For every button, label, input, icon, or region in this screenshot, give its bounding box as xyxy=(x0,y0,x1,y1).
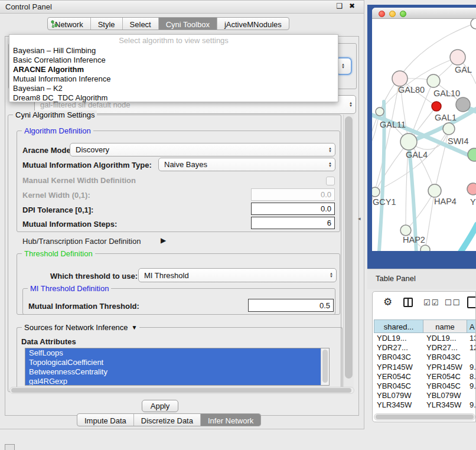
control-panel-tabs: Network Style Select Cyni Toolbox jActiv… xyxy=(47,17,289,30)
export-table-icon[interactable] xyxy=(467,296,476,308)
network-window: GAL GAL80 GAL10 GAL11 GAL1 SWI4 GAL4 GCY… xyxy=(372,8,476,251)
scrollbar-thumb[interactable] xyxy=(376,415,474,419)
table-row[interactable]: YDL19... YDL19... 13 xyxy=(373,334,475,343)
zoom-traffic-light[interactable] xyxy=(400,11,406,17)
docked-panel-icon[interactable] xyxy=(5,444,15,450)
dropdown-item[interactable]: ARACNE Algorithm xyxy=(9,65,338,74)
tab[interactable]: Impute Data xyxy=(77,414,134,426)
dpi-tolerance-input[interactable] xyxy=(251,203,335,215)
list-item[interactable]: gal4RGexp xyxy=(25,377,321,386)
panel-collapse-icon[interactable]: ◂ xyxy=(358,216,361,221)
mi-steps-label: Mutual Information Steps: xyxy=(22,220,117,229)
node-label: GAL10 xyxy=(433,89,460,98)
aracne-mode-combobox[interactable]: Discovery ▲▼ xyxy=(70,143,335,156)
tab[interactable]: jActiveMNodules xyxy=(217,18,289,30)
dropdown-hint: Select algorithm to view settings xyxy=(9,35,338,46)
table-row[interactable]: YBL079W YBL079W xyxy=(373,391,475,400)
table-row[interactable]: YIL053C YIL053C 9 xyxy=(373,410,475,412)
dropdown-item[interactable]: Bayesian – K2 xyxy=(9,84,338,93)
expand-right-icon[interactable]: ▶ xyxy=(161,236,166,244)
tab[interactable]: Infer Network xyxy=(201,414,260,426)
combo-arrows-icon: ▲▼ xyxy=(330,272,333,278)
data-attributes-label: Data Attributes xyxy=(21,337,76,346)
dropdown-item[interactable]: Dream8 DC_TDC Algorithm xyxy=(9,93,338,103)
dpi-tolerance-label: DPI Tolerance [0,1]: xyxy=(22,206,93,214)
algorithm-dropdown-list: Select algorithm to view settings Bayesi… xyxy=(9,34,338,102)
algorithm-definition-title: Algorithm Definition xyxy=(22,126,93,135)
node-label: GAL xyxy=(455,65,472,74)
table-row[interactable]: YPR145W YPR145W 9. xyxy=(373,363,475,372)
column-header[interactable]: A xyxy=(467,319,476,333)
collapse-down-icon[interactable]: ▼ xyxy=(132,323,138,332)
settings-vertical-scrollbar[interactable] xyxy=(343,115,354,392)
manual-kernel-checkbox xyxy=(326,177,335,185)
tab[interactable]: Discretize Data xyxy=(134,414,201,426)
table-panel-title: Table Panel xyxy=(376,274,416,283)
dropdown-item[interactable]: Bayesian – Hill Climbing xyxy=(9,46,338,56)
network-window-titlebar[interactable] xyxy=(372,8,476,19)
table-row[interactable]: YER054C YER054C 8. xyxy=(373,372,475,381)
settings-horizontal-scrollbar[interactable] xyxy=(9,387,354,394)
table-panel-card: ⚙ ☑☑ ☐☐ shared... name A YDL19... YDL19.… xyxy=(372,291,476,422)
node-label: SWI4 xyxy=(448,136,468,146)
table-row[interactable]: YDR27... YDR27... 12 xyxy=(373,343,475,353)
mi-steps-input[interactable] xyxy=(251,217,335,229)
threshold-definition-title: Threshold Definition xyxy=(22,249,95,258)
column-header[interactable]: name xyxy=(423,319,467,333)
which-threshold-combobox[interactable]: MI Threshold ▲▼ xyxy=(138,268,337,282)
table-row[interactable]: YLR345W YLR345W 9. xyxy=(373,400,475,410)
tab[interactable]: Select xyxy=(123,18,159,30)
network-view-frame: GAL GAL80 GAL10 GAL11 GAL1 SWI4 GAL4 GCY… xyxy=(367,5,476,269)
combo-arrows-icon: ▲▼ xyxy=(328,147,332,153)
node-label: GAL11 xyxy=(380,120,406,129)
tab[interactable]: Style xyxy=(91,18,123,30)
bottom-tabs: Impute Data Discretize Data Infer Networ… xyxy=(77,413,261,426)
control-panel-window: Control Panel ❑ ✖ Network Style Select C… xyxy=(0,0,364,429)
which-threshold-label: Which threshold to use: xyxy=(50,272,138,281)
data-attributes-list[interactable]: SelfLoops TopologicalCoefficient Between… xyxy=(25,348,330,386)
list-item[interactable]: TopologicalCoefficient xyxy=(25,358,321,367)
node-label: GCY1 xyxy=(373,197,396,207)
gear-icon[interactable]: ⚙ xyxy=(383,296,392,308)
tab[interactable]: Cyni Toolbox xyxy=(159,18,217,30)
mi-type-label: Mutual Information Algorithm Type: xyxy=(22,161,152,169)
deselect-all-columns-icon[interactable]: ☐☐ xyxy=(445,298,461,307)
table-row[interactable]: YBR045C YBR045C 9. xyxy=(373,381,475,391)
stepper-arrows-icon: ▲▼ xyxy=(341,63,345,69)
node-label: GAL1 xyxy=(435,113,457,122)
minimize-traffic-light[interactable] xyxy=(389,11,396,17)
node-label: Y xyxy=(470,197,476,207)
columns-icon[interactable] xyxy=(403,298,413,307)
list-item[interactable]: SelfLoops xyxy=(25,348,321,358)
combo-arrows-icon: ▲▼ xyxy=(349,102,353,107)
control-panel-titlebar: Control Panel ❑ ✖ xyxy=(0,1,364,14)
list-item[interactable]: BetweennessCentrality xyxy=(25,367,321,377)
mi-type-combobox[interactable]: Naive Bayes ▲▼ xyxy=(158,158,335,171)
table-row[interactable]: YBR043C YBR043C xyxy=(373,353,475,362)
close-panel-icon[interactable]: ✖ xyxy=(347,2,357,11)
mi-threshold-input[interactable] xyxy=(248,299,334,312)
node-label: HAP2 xyxy=(403,235,425,244)
scrollbar-thumb[interactable] xyxy=(322,350,328,383)
mi-threshold-label: Mutual Information Threshold: xyxy=(28,302,139,311)
select-all-columns-icon[interactable]: ☑☑ xyxy=(423,298,439,307)
hub-definition-label: Hub/Transcription Factor Definition xyxy=(22,237,141,246)
float-panel-icon[interactable]: ❑ xyxy=(335,2,344,11)
list-vertical-scrollbar[interactable] xyxy=(321,348,329,386)
sources-group-title: Sources for Network Inference xyxy=(24,323,128,332)
combo-arrows-icon: ▲▼ xyxy=(328,162,332,168)
scrollbar-thumb[interactable] xyxy=(345,116,353,379)
mi-threshold-group-title: MI Threshold Definition xyxy=(28,284,111,293)
dropdown-item[interactable]: Basic Correlation Inference xyxy=(9,56,338,65)
column-header[interactable]: shared... xyxy=(374,319,423,333)
dropdown-items: Bayesian – Hill Climbing Basic Correlati… xyxy=(9,46,338,103)
dropdown-item[interactable]: Mutual Information Inference xyxy=(9,74,338,84)
kernel-width-input xyxy=(251,188,335,201)
scrollbar-thumb[interactable] xyxy=(11,388,351,393)
network-canvas[interactable]: GAL GAL80 GAL10 GAL11 GAL1 SWI4 GAL4 GCY… xyxy=(372,19,476,251)
close-traffic-light[interactable] xyxy=(379,11,385,17)
table-panel-header: Table Panel xyxy=(367,269,476,289)
table-horizontal-scrollbar[interactable] xyxy=(374,413,475,420)
data-attribute-items: SelfLoops TopologicalCoefficient Between… xyxy=(25,348,321,386)
apply-button[interactable]: Apply xyxy=(142,400,178,412)
